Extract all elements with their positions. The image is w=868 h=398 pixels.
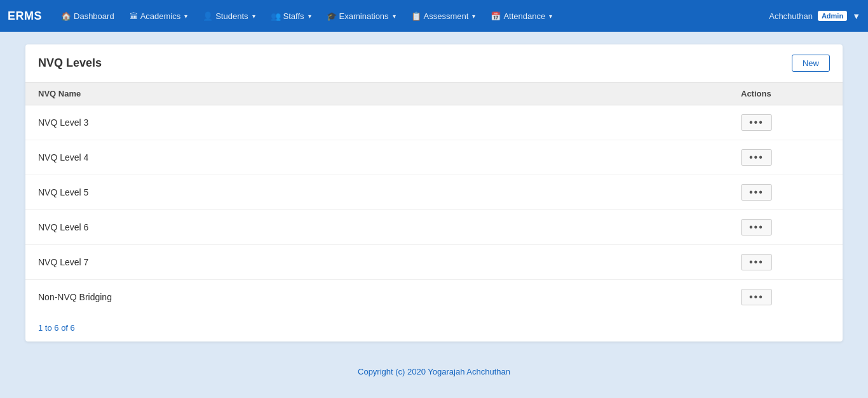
cell-nvq-name: Non-NVQ Bridging: [38, 292, 741, 302]
table-row: NVQ Level 6 •••: [25, 210, 843, 245]
cell-actions: •••: [741, 114, 830, 131]
actions-button[interactable]: •••: [741, 219, 772, 235]
table-row: NVQ Level 5 •••: [25, 175, 843, 210]
caret-icon: ▾: [184, 13, 187, 20]
admin-badge: Admin: [818, 11, 847, 21]
footer-text: Copyright (c) 2020 Yogarajah Achchuthan: [358, 367, 510, 376]
nav-label: Academics: [140, 11, 181, 21]
table-row: NVQ Level 4 •••: [25, 140, 843, 175]
cell-actions: •••: [741, 254, 830, 270]
cell-actions: •••: [741, 289, 830, 305]
col-header-actions: Actions: [741, 89, 830, 98]
cell-nvq-name: NVQ Level 7: [38, 257, 741, 267]
cell-actions: •••: [741, 149, 830, 166]
cell-nvq-name: NVQ Level 5: [38, 187, 741, 197]
caret-icon: ▾: [393, 13, 396, 20]
nav-item-dashboard[interactable]: 🏠 Dashboard: [55, 8, 121, 25]
table-header: NVQ Name Actions: [25, 83, 843, 105]
dashboard-icon: 🏠: [61, 11, 71, 21]
main-content: NVQ Levels New NVQ Name Actions NVQ Leve…: [0, 32, 868, 354]
caret-icon: ▾: [472, 13, 475, 20]
actions-button[interactable]: •••: [741, 254, 772, 270]
card-header: NVQ Levels New: [25, 44, 843, 83]
actions-button[interactable]: •••: [741, 149, 772, 166]
nav-item-staffs[interactable]: 👥 Staffs ▾: [264, 8, 318, 25]
actions-button[interactable]: •••: [741, 114, 772, 131]
nav-label: Students: [215, 11, 248, 21]
card: NVQ Levels New NVQ Name Actions NVQ Leve…: [25, 44, 843, 342]
academics-icon: 🏛: [130, 11, 138, 21]
cell-actions: •••: [741, 184, 830, 201]
new-button[interactable]: New: [792, 55, 830, 72]
nav-item-students[interactable]: 👤 Students ▾: [196, 8, 261, 25]
col-header-name: NVQ Name: [38, 89, 741, 98]
cell-nvq-name: NVQ Level 3: [38, 117, 741, 128]
nav-item-assessment[interactable]: 📋 Assessment ▾: [405, 8, 482, 25]
nav-label: Dashboard: [74, 11, 114, 21]
students-icon: 👤: [203, 11, 213, 21]
nav-label: Assessment: [424, 11, 469, 21]
actions-button[interactable]: •••: [741, 289, 772, 305]
nav-label: Attendance: [503, 11, 545, 21]
cell-nvq-name: NVQ Level 6: [38, 222, 741, 232]
table-body: NVQ Level 3 ••• NVQ Level 4 ••• NVQ Leve…: [25, 105, 843, 314]
nav-label: Examinations: [339, 11, 389, 21]
nav-item-academics[interactable]: 🏛 Academics ▾: [123, 8, 194, 25]
attendance-icon: 📅: [491, 11, 501, 21]
table: NVQ Name Actions NVQ Level 3 ••• NVQ Lev…: [25, 83, 843, 314]
caret-icon: ▾: [549, 13, 552, 20]
examinations-icon: 🎓: [327, 11, 337, 21]
cell-actions: •••: [741, 219, 830, 235]
staffs-icon: 👥: [271, 11, 281, 21]
table-row: NVQ Level 3 •••: [25, 105, 843, 140]
nav-item-attendance[interactable]: 📅 Attendance ▾: [484, 8, 559, 25]
actions-button[interactable]: •••: [741, 184, 772, 201]
pagination-info: 1 to 6 of 6: [25, 314, 843, 342]
nav-items: 🏠 Dashboard 🏛 Academics ▾👤 Students ▾👥 S…: [55, 8, 769, 25]
nav-user: Achchuthan Admin ▼: [769, 11, 860, 21]
nav-label: Staffs: [283, 11, 304, 21]
cell-nvq-name: NVQ Level 4: [38, 152, 741, 163]
user-caret[interactable]: ▼: [852, 11, 860, 21]
navbar: ERMS 🏠 Dashboard 🏛 Academics ▾👤 Students…: [0, 0, 868, 32]
assessment-icon: 📋: [411, 11, 421, 21]
brand: ERMS: [8, 10, 42, 23]
page-title: NVQ Levels: [38, 56, 102, 70]
caret-icon: ▾: [252, 13, 255, 20]
table-row: Non-NVQ Bridging •••: [25, 280, 843, 314]
nav-item-examinations[interactable]: 🎓 Examinations ▾: [320, 8, 402, 25]
table-row: NVQ Level 7 •••: [25, 245, 843, 280]
footer: Copyright (c) 2020 Yogarajah Achchuthan: [0, 354, 868, 389]
caret-icon: ▾: [308, 13, 311, 20]
username: Achchuthan: [769, 11, 813, 21]
